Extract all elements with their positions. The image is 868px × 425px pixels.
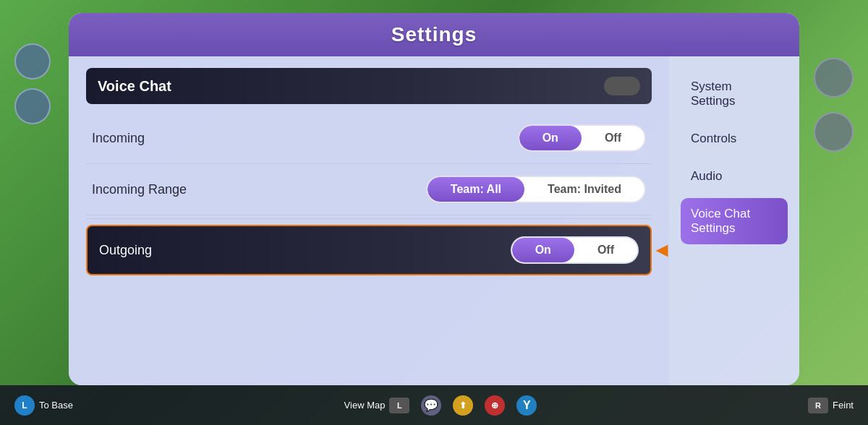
feint-icon: R xyxy=(808,398,828,413)
voice-chat-settings-label: Voice Chat Settings xyxy=(691,207,750,235)
settings-body: Voice Chat Incoming On Off Incoming Rang… xyxy=(69,56,799,385)
incoming-range-row: Incoming Range Team: All Team: Invited xyxy=(86,164,652,215)
bottom-right-section: R Feint xyxy=(808,398,854,413)
bottom-icon-2[interactable]: ⬆ xyxy=(453,395,473,416)
view-map-label: View Map xyxy=(344,400,386,411)
bottom-center-section: View Map L 💬 ⬆ ⊕ Y xyxy=(344,395,537,416)
left-decorative xyxy=(14,43,51,124)
incoming-row: Incoming On Off xyxy=(86,113,652,164)
incoming-off-button[interactable]: Off xyxy=(582,126,644,150)
right-decorative xyxy=(814,58,854,152)
outgoing-toggle-group[interactable]: On Off xyxy=(511,236,639,264)
view-map-icon: L xyxy=(389,398,409,413)
feint-item: R Feint xyxy=(808,398,854,413)
sidebar-item-voice-chat-settings[interactable]: Voice Chat Settings xyxy=(681,198,788,244)
incoming-range-toggle-group[interactable]: Team: All Team: Invited xyxy=(426,176,646,203)
incoming-toggle-group[interactable]: On Off xyxy=(518,124,646,152)
outgoing-off-button[interactable]: Off xyxy=(574,238,637,262)
right-circle-1 xyxy=(814,58,854,98)
left-circle-2 xyxy=(14,88,51,124)
incoming-on-button[interactable]: On xyxy=(519,126,582,150)
incoming-label: Incoming xyxy=(92,131,145,146)
separator xyxy=(86,218,652,219)
right-circle-2 xyxy=(814,112,854,152)
view-map-item: View Map L xyxy=(344,398,410,413)
sidebar-item-controls[interactable]: Controls xyxy=(681,123,788,155)
to-base-label: To Base xyxy=(39,400,73,411)
feint-label: Feint xyxy=(833,400,854,411)
title-bar: Settings xyxy=(69,13,799,56)
outgoing-row: Outgoing On Off ◄ xyxy=(86,225,652,275)
to-base-icon: L xyxy=(14,395,35,416)
sidebar-item-system-settings[interactable]: System Settings xyxy=(681,71,788,117)
bottom-icon-3[interactable]: ⊕ xyxy=(485,395,505,416)
incoming-range-label: Incoming Range xyxy=(92,182,187,197)
controls-label: Controls xyxy=(691,132,736,145)
settings-main: Voice Chat Incoming On Off Incoming Rang… xyxy=(69,56,669,385)
settings-title: Settings xyxy=(391,23,477,46)
system-settings-label: System Settings xyxy=(691,80,735,108)
to-base-item: L To Base xyxy=(14,395,73,416)
outgoing-arrow-icon: ◄ xyxy=(652,239,669,262)
bottom-icon-1[interactable]: 💬 xyxy=(421,395,441,416)
team-invited-button[interactable]: Team: Invited xyxy=(524,177,644,202)
settings-sidebar: System Settings Controls Audio Voice Cha… xyxy=(669,56,799,385)
bottom-left-section: L To Base xyxy=(14,395,73,416)
bottom-bar: L To Base View Map L 💬 ⬆ ⊕ Y R Feint xyxy=(0,385,868,425)
outgoing-label: Outgoing xyxy=(99,243,152,258)
sidebar-item-audio[interactable]: Audio xyxy=(681,160,788,192)
bottom-icon-4[interactable]: Y xyxy=(516,395,537,416)
voice-chat-main-toggle[interactable] xyxy=(604,77,640,95)
settings-panel: Settings Voice Chat Incoming On Off Inco… xyxy=(69,13,799,385)
outgoing-on-button[interactable]: On xyxy=(512,238,574,262)
left-circle-1 xyxy=(14,43,51,80)
audio-label: Audio xyxy=(691,169,722,183)
team-all-button[interactable]: Team: All xyxy=(427,177,524,202)
voice-chat-label: Voice Chat xyxy=(98,78,171,95)
voice-chat-section-header: Voice Chat xyxy=(86,68,652,104)
